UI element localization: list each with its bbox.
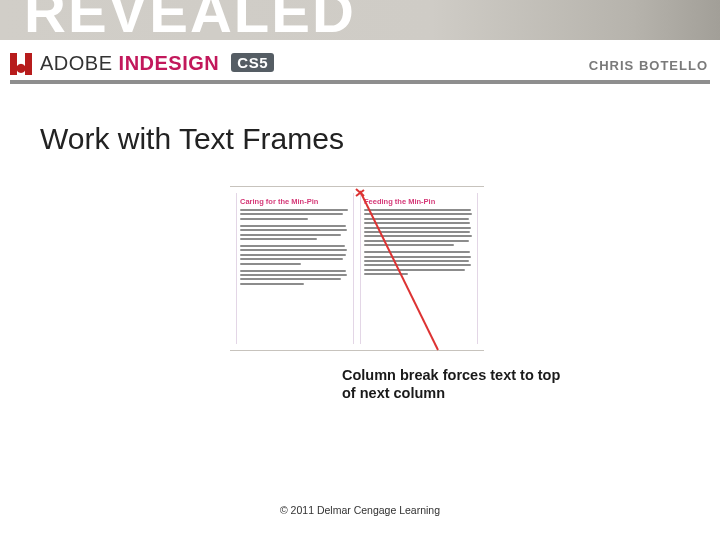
column-2-heading: Feeding the Min-Pin [364,197,474,206]
greek-text [240,245,350,265]
brand-line: ADOBE INDESIGN CS5 [10,52,274,75]
figure-caption: Column break forces text to top of next … [342,366,572,402]
greek-text [240,270,350,285]
version-badge: CS5 [231,53,274,72]
copyright-footer: © 2011 Delmar Cengage Learning [0,504,720,516]
header-underline [10,80,710,84]
adobe-logo-icon [10,53,32,75]
greek-text [364,209,474,246]
page-title: Work with Text Frames [40,122,720,156]
slide-content: Work with Text Frames Caring for the Min… [0,96,720,540]
book-header: REVEALED ADOBE INDESIGN CS5 CHRIS BOTELL… [0,0,720,96]
series-title: REVEALED [24,0,356,45]
greek-text [240,225,350,240]
header-bar: REVEALED [0,0,720,40]
brand-suffix: INDESIGN [119,52,220,74]
column-2: Feeding the Min-Pin [360,193,478,344]
greek-text [240,209,350,220]
product-name: ADOBE INDESIGN CS5 [40,52,274,75]
brand-prefix: ADOBE [40,52,119,74]
column-1: Caring for the Min-Pin [236,193,354,344]
text-frame-figure: Caring for the Min-Pin [230,186,484,351]
page-sheet: Caring for the Min-Pin [230,186,484,351]
column-1-heading: Caring for the Min-Pin [240,197,350,206]
greek-text [364,251,474,275]
author-name: CHRIS BOTELLO [589,58,708,73]
